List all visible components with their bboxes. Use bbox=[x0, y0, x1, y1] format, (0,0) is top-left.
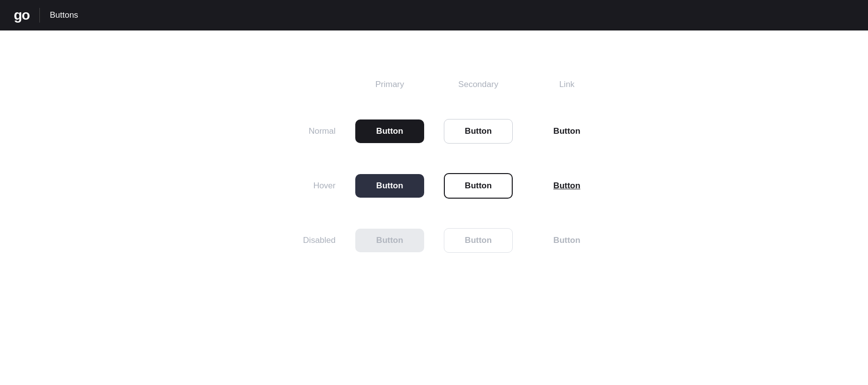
btn-secondary-hover[interactable]: Button bbox=[444, 173, 513, 199]
col-header-primary: Primary bbox=[375, 80, 404, 89]
btn-primary-disabled: Button bbox=[355, 229, 424, 252]
col-header-secondary: Secondary bbox=[458, 80, 498, 89]
header-divider bbox=[39, 8, 40, 23]
row-label-disabled: Disabled bbox=[257, 236, 345, 245]
btn-secondary-disabled: Button bbox=[444, 228, 513, 253]
main-content: Primary Secondary Link Normal Button But… bbox=[0, 30, 868, 253]
btn-link-disabled: Button bbox=[554, 229, 581, 252]
col-header-link: Link bbox=[559, 80, 574, 89]
row-label-hover: Hover bbox=[257, 181, 345, 191]
btn-primary-hover[interactable]: Button bbox=[355, 174, 424, 198]
app-header: go Buttons bbox=[0, 0, 868, 30]
page-title: Buttons bbox=[50, 10, 78, 20]
btn-link-hover[interactable]: Button bbox=[554, 174, 581, 198]
btn-secondary-normal[interactable]: Button bbox=[444, 119, 513, 144]
button-showcase: Primary Secondary Link Normal Button But… bbox=[257, 80, 611, 253]
row-label-normal: Normal bbox=[257, 126, 345, 136]
btn-link-normal[interactable]: Button bbox=[554, 119, 581, 143]
btn-primary-normal[interactable]: Button bbox=[355, 119, 424, 143]
app-logo: go bbox=[14, 8, 30, 22]
